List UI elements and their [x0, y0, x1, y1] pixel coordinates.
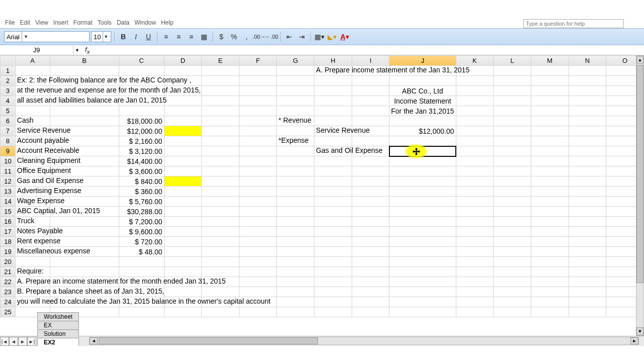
cell-E12[interactable] [202, 176, 239, 187]
menu-insert[interactable]: Insert [53, 19, 68, 26]
cell-F15[interactable] [239, 207, 277, 217]
row-header[interactable]: 6 [1, 116, 16, 126]
cell-A22[interactable]: A. Prepare an income statement for the m… [15, 277, 50, 287]
cell-F8[interactable] [239, 136, 277, 146]
cell-I2[interactable] [352, 76, 389, 86]
cell-J14[interactable] [389, 197, 456, 207]
cell-C5[interactable] [119, 106, 164, 116]
cell-K13[interactable] [456, 187, 494, 197]
cell-C8[interactable]: $ 2,160.00 [119, 136, 164, 146]
cell-H5[interactable] [314, 106, 352, 116]
scroll-left-arrow[interactable]: ◄ [90, 337, 98, 344]
cell-G22[interactable] [277, 277, 314, 287]
cell-L24[interactable] [494, 297, 531, 307]
cell-F3[interactable] [239, 86, 277, 96]
row-header[interactable]: 13 [1, 187, 16, 197]
cell-G14[interactable] [277, 197, 314, 207]
cell-N21[interactable] [569, 267, 606, 277]
cell-I12[interactable] [352, 176, 389, 187]
cell-A11[interactable]: Office Equipment [15, 166, 50, 176]
cell-D15[interactable] [164, 207, 202, 217]
cell-H4[interactable] [314, 96, 352, 106]
cell-D5[interactable] [164, 106, 202, 116]
cell-M23[interactable] [531, 287, 569, 297]
cell-K14[interactable] [456, 197, 494, 207]
cell-D10[interactable] [164, 156, 202, 166]
cell-G10[interactable] [277, 156, 314, 166]
cell-D19[interactable] [164, 247, 202, 257]
bold-button[interactable]: B [118, 31, 129, 42]
cell-D9[interactable] [164, 146, 202, 156]
cell-H25[interactable] [314, 307, 352, 317]
cell-F11[interactable] [239, 166, 277, 176]
cell-C25[interactable] [119, 307, 164, 317]
row-header[interactable]: 5 [1, 106, 16, 116]
cell-K11[interactable] [456, 166, 494, 176]
cell-M11[interactable] [531, 166, 569, 176]
cell-G21[interactable] [277, 267, 314, 277]
cell-H13[interactable] [314, 187, 352, 197]
cell-D8[interactable] [164, 136, 202, 146]
cell-I10[interactable] [352, 156, 389, 166]
cell-K19[interactable] [456, 247, 494, 257]
cell-L10[interactable] [494, 156, 531, 166]
cell-G25[interactable] [277, 307, 314, 317]
vertical-scrollbar[interactable]: ▲ ▼ [636, 55, 644, 336]
cell-H3[interactable] [314, 86, 352, 96]
cell-A1[interactable] [15, 66, 50, 76]
cell-N16[interactable] [569, 217, 606, 227]
cell-L9[interactable] [494, 146, 531, 156]
cell-J24[interactable] [389, 297, 456, 307]
cell-E3[interactable] [202, 86, 239, 96]
menu-window[interactable]: Window [134, 19, 156, 26]
cell-J25[interactable] [389, 307, 456, 317]
cell-N18[interactable] [569, 237, 606, 247]
cell-E18[interactable] [202, 237, 239, 247]
cell-C17[interactable]: $ 9,600.00 [119, 227, 164, 237]
cell-M10[interactable] [531, 156, 569, 166]
cell-N17[interactable] [569, 227, 606, 237]
cell-G3[interactable] [277, 86, 314, 96]
cell-D14[interactable] [164, 197, 202, 207]
cell-J3[interactable]: ABC Co., Ltd [389, 86, 456, 96]
cell-M17[interactable] [531, 227, 569, 237]
cell-A19[interactable]: Miscellaneous expense [15, 247, 50, 257]
cell-C7[interactable]: $12,000.00 [119, 126, 164, 136]
cell-F1[interactable] [239, 66, 277, 76]
row-header[interactable]: 19 [1, 247, 16, 257]
cell-A5[interactable] [15, 106, 50, 116]
cell-H6[interactable] [314, 116, 352, 126]
cell-H16[interactable] [314, 217, 352, 227]
cell-D13[interactable] [164, 187, 202, 197]
cell-I22[interactable] [352, 277, 389, 287]
cell-D16[interactable] [164, 217, 202, 227]
cell-G4[interactable] [277, 96, 314, 106]
sheet-tab-ex[interactable]: EX [37, 321, 79, 329]
cell-G16[interactable] [277, 217, 314, 227]
cell-E13[interactable] [202, 187, 239, 197]
borders-button[interactable]: ▦▾ [314, 31, 325, 42]
comma-button[interactable]: , [241, 31, 252, 42]
cell-L17[interactable] [494, 227, 531, 237]
cell-J11[interactable] [389, 166, 456, 176]
cell-M4[interactable] [531, 96, 569, 106]
col-header-I[interactable]: I [352, 56, 389, 66]
cell-C9[interactable]: $ 3,120.00 [119, 146, 164, 156]
merge-cells-button[interactable]: ▦ [198, 31, 209, 42]
col-header-M[interactable]: M [531, 56, 569, 66]
row-header[interactable]: 10 [1, 156, 16, 166]
cell-L21[interactable] [494, 267, 531, 277]
cell-C13[interactable]: $ 360.00 [119, 187, 164, 197]
cell-H12[interactable] [314, 176, 352, 187]
cell-N15[interactable] [569, 207, 606, 217]
col-header-F[interactable]: F [239, 56, 277, 66]
cell-H1[interactable]: A. Prepare income statement of the Jan 3… [314, 66, 352, 76]
cell-M24[interactable] [531, 297, 569, 307]
menu-format[interactable]: Format [73, 19, 93, 26]
cell-E25[interactable] [202, 307, 239, 317]
tab-nav-next[interactable]: ► [18, 337, 27, 346]
cell-K12[interactable] [456, 176, 494, 187]
scroll-thumb[interactable] [636, 65, 643, 283]
row-header[interactable]: 22 [1, 277, 16, 287]
cell-A6[interactable]: Cash [15, 116, 50, 126]
